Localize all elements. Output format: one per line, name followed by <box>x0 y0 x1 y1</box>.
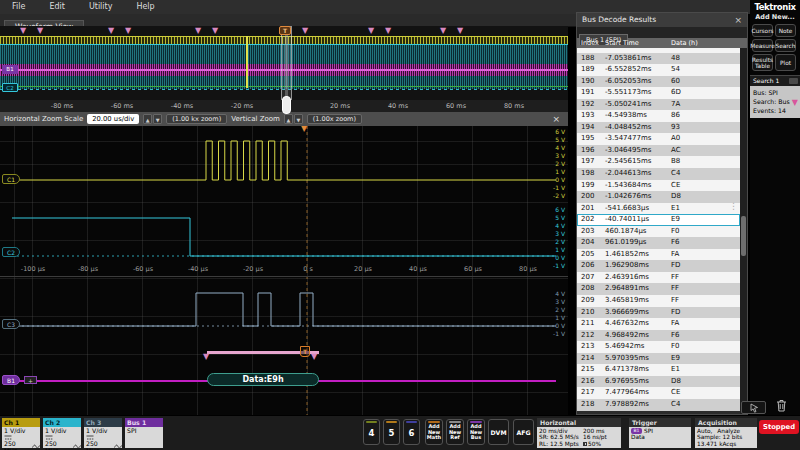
add-channel-4-button[interactable]: 4 <box>363 419 380 445</box>
table-row[interactable]: 2156.471378msE1 <box>577 364 740 376</box>
bus-1-badge[interactable]: B1 <box>2 375 20 385</box>
trigger-panel[interactable]: Trigger B1 SPI Data <box>629 418 691 448</box>
table-row[interactable]: 2072.463916msFF <box>577 272 740 284</box>
button-afg[interactable]: AFG <box>513 419 534 445</box>
table-row[interactable]: 188-7.053861ms48 <box>577 53 740 65</box>
bus-expand-button[interactable]: + <box>24 376 37 384</box>
table-row[interactable]: 199-1.543684msCE <box>577 180 740 192</box>
channel-badge-ch-2[interactable]: Ch 21 V/div250 MHz <box>43 418 81 448</box>
table-row[interactable]: 194-4.048452ms93 <box>577 122 740 134</box>
menu-item-utility[interactable]: Utility <box>77 0 125 14</box>
menu-item-edit[interactable]: Edit <box>37 0 77 14</box>
channel-badge-bus-1[interactable]: Bus 1SPI <box>125 418 163 448</box>
spin-down-icon[interactable]: ▼ <box>153 114 162 124</box>
search1-panel[interactable]: Search 1 Bus: SPISearch: BusEvents: 14 ▼ <box>750 75 800 118</box>
table-row[interactable]: 2187.978892msC4 <box>577 399 740 411</box>
search1-body[interactable]: Bus: SPISearch: BusEvents: 14 ▼ <box>750 86 800 118</box>
button-add-new-bus[interactable]: Add New Bus <box>467 419 485 445</box>
table-row[interactable]: 2177.477964msCE <box>577 387 740 399</box>
channel-badge-ch-1[interactable]: Ch 11 V/div250 MHz <box>2 418 40 448</box>
zoom-window-handle[interactable] <box>282 96 291 114</box>
panel-grip-icon[interactable]: ⋮ <box>729 201 738 211</box>
table-row[interactable]: 193-4.54938ms86 <box>577 110 740 122</box>
table-row[interactable]: 201-541.6683µsE1 <box>577 203 740 215</box>
run-stop-button[interactable]: Stopped <box>759 420 799 434</box>
button-add-new-ref[interactable]: Add New Ref <box>446 419 464 445</box>
search-mark-icon[interactable]: ▼ <box>20 27 26 35</box>
table-scrollbar[interactable] <box>740 48 747 414</box>
channel-badge-ch-3[interactable]: Ch 31 V/div250 MHz <box>84 418 122 448</box>
search1-header[interactable]: Search 1 <box>750 75 800 86</box>
acquisition-panel[interactable]: Acquisition Auto, Analyze Sample: 12 bit… <box>695 418 757 448</box>
table-body[interactable]: 187-7.554806ms3C188-7.053861ms48189-6.55… <box>577 48 740 414</box>
table-row[interactable]: 200-1.042676msD8 <box>577 191 740 203</box>
table-row[interactable]: 2145.970395msE9 <box>577 353 740 365</box>
table-row[interactable]: 196-3.046495msAC <box>577 145 740 157</box>
waveform-overview[interactable]: T B1 C2 ▼▼▼▼▼▼▼▼▼▼▼ <box>0 26 568 100</box>
table-row[interactable]: 190-6.052053ms60 <box>577 76 740 88</box>
table-row[interactable]: 192-5.050241ms7A <box>577 99 740 111</box>
channel-1-badge[interactable]: C1 <box>2 174 20 184</box>
close-icon[interactable]: × <box>734 13 742 27</box>
sidebar-button-results-table[interactable]: Results Table <box>752 54 773 71</box>
horizontal-zoom-scale-input[interactable]: 20.00 us/div <box>87 114 139 124</box>
sidebar-button-plot[interactable]: Plot <box>775 54 796 71</box>
channel-2-badge[interactable]: C2 <box>2 247 20 257</box>
sidebar-button-measure[interactable]: Measure <box>752 39 773 52</box>
delete-button[interactable] <box>773 398 790 413</box>
sidebar-button-cursors[interactable]: Cursors <box>752 24 773 37</box>
search-mark-icon[interactable]: ▼ <box>368 27 374 35</box>
table-row[interactable]: 2166.976955msD8 <box>577 376 740 388</box>
table-row[interactable]: 2103.966699msFD <box>577 307 740 319</box>
search-mark-icon[interactable]: ▼ <box>385 27 391 35</box>
scrollbar-thumb[interactable] <box>741 216 746 256</box>
trigger-badge[interactable]: T <box>279 26 291 35</box>
table-row[interactable]: 2051.461852msFA <box>577 249 740 261</box>
horizontal-panel[interactable]: Horizontal 20 ms/div200 msSR: 62.5 MS/s1… <box>537 418 621 448</box>
overview-bus1-badge[interactable]: B1 <box>2 65 18 74</box>
channel-3-badge[interactable]: C3 <box>2 319 20 329</box>
h-zoom-spinner[interactable]: ▲ ▼ <box>143 114 162 124</box>
table-row[interactable]: 2135.46942msF0 <box>577 341 740 353</box>
add-channel-5-button[interactable]: 5 <box>383 419 400 445</box>
column-data[interactable]: Data (h) <box>671 38 747 48</box>
overview-ch2-badge[interactable]: C2 <box>2 83 18 92</box>
table-row[interactable]: 203460.1874µsF0 <box>577 226 740 238</box>
table-row[interactable]: 202-40.74011µsE9 <box>577 214 740 226</box>
table-row[interactable]: 2114.467632msFA <box>577 318 740 330</box>
search-mark-icon[interactable]: ▼ <box>302 27 308 35</box>
close-zoom-icon[interactable]: × <box>552 114 560 124</box>
search-mark-icon[interactable]: ▼ <box>108 27 114 35</box>
spin-down-icon[interactable]: ▼ <box>294 114 303 124</box>
menu-item-file[interactable]: File <box>0 0 37 14</box>
table-row[interactable]: 2124.968492msF6 <box>577 330 740 342</box>
touch-mode-button[interactable] <box>741 401 766 414</box>
sidebar-button-note[interactable]: Note <box>775 24 796 37</box>
table-row[interactable]: 191-5.551173ms6D <box>577 87 740 99</box>
spin-up-icon[interactable]: ▲ <box>284 114 293 124</box>
table-row[interactable]: 195-3.547477msA0 <box>577 133 740 145</box>
search-mark-icon[interactable]: ▼ <box>457 27 463 35</box>
search-mark-icon[interactable]: ▼ <box>212 27 218 35</box>
button-dvm[interactable]: DVM <box>488 419 509 445</box>
h-zoom-factor-button[interactable]: (1.00 kx zoom) <box>166 114 227 124</box>
column-start-time[interactable]: Start Time <box>605 38 671 48</box>
table-row[interactable]: 2061.962908msFD <box>577 260 740 272</box>
add-channel-6-button[interactable]: 6 <box>403 419 420 445</box>
menu-item-help[interactable]: Help <box>124 0 166 14</box>
search-mark-icon[interactable]: ▼ <box>195 27 201 35</box>
search-mark-icon[interactable]: ▼ <box>440 27 446 35</box>
button-add-new-math[interactable]: Add New Math <box>425 419 443 445</box>
v-zoom-spinner[interactable]: ▲ ▼ <box>284 114 303 124</box>
table-row[interactable]: 2093.465819msFF <box>577 295 740 307</box>
bus-decode-bubble[interactable]: Data:E9h <box>207 373 319 386</box>
table-row[interactable]: 204961.0199µsF6 <box>577 237 740 249</box>
spin-up-icon[interactable]: ▲ <box>143 114 152 124</box>
table-row[interactable]: 197-2.545615msB8 <box>577 156 740 168</box>
search-mark-icon[interactable]: ▼ <box>37 27 43 35</box>
v-zoom-factor-button[interactable]: (1.00x zoom) <box>307 114 362 124</box>
table-row[interactable]: 2082.964891msFF <box>577 283 740 295</box>
table-row[interactable]: 198-2.044613msC4 <box>577 168 740 180</box>
search-mark-icon[interactable]: ▼ <box>125 27 131 35</box>
column-index[interactable]: Index <box>577 38 605 48</box>
